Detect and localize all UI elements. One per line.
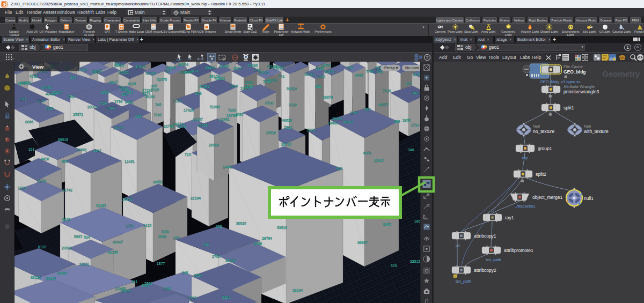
svg-text:28023: 28023: [87, 105, 98, 109]
svg-text:997: 997: [364, 108, 371, 112]
svg-text:21840: 21840: [324, 70, 334, 73]
svg-text:741: 741: [279, 75, 285, 78]
svg-text:49400: 49400: [205, 66, 215, 70]
svg-text:GEO_bldg_v1.bgeo.sc: GEO_bldg_v1.bgeo.sc: [540, 79, 581, 84]
svg-text:CSV: CSV: [170, 25, 172, 26]
svg-text:Attribute Wrangle: Attribute Wrangle: [564, 84, 595, 89]
svg-text:43184: 43184: [267, 64, 277, 68]
svg-text:49629: 49629: [282, 119, 292, 122]
svg-text:4467: 4467: [93, 149, 101, 153]
svg-text:10215: 10215: [92, 69, 102, 73]
svg-text:with_texture: with_texture: [583, 129, 609, 134]
svg-text:53619: 53619: [277, 226, 287, 230]
svg-text:null1: null1: [584, 196, 594, 201]
svg-text:31287: 31287: [96, 204, 106, 208]
svg-text:6053: 6053: [363, 151, 371, 155]
svg-text:33635: 33635: [247, 64, 258, 68]
svg-text:33512: 33512: [410, 260, 420, 263]
svg-text:28794: 28794: [262, 237, 272, 240]
svg-text:53826: 53826: [46, 277, 56, 280]
svg-text:tex_path: tex_path: [486, 257, 501, 262]
svg-text:51996: 51996: [210, 105, 220, 109]
svg-text:32547: 32547: [106, 106, 116, 110]
svg-text:Null: Null: [533, 124, 540, 129]
svg-text:715: 715: [185, 153, 191, 157]
svg-text:28920: 28920: [209, 143, 219, 147]
svg-text:top: top: [522, 156, 528, 160]
svg-text:object_merge1: object_merge1: [532, 195, 563, 200]
svg-text:13798: 13798: [226, 114, 237, 117]
svg-text:attribcopy2: attribcopy2: [474, 268, 496, 273]
svg-text:7296: 7296: [144, 282, 152, 285]
svg-text:3066: 3066: [188, 296, 196, 300]
svg-text:23104: 23104: [292, 289, 303, 292]
svg-text:1674: 1674: [142, 92, 150, 95]
svg-text:No cam ▾: No cam ▾: [405, 65, 420, 70]
svg-text:7829: 7829: [151, 88, 159, 92]
svg-text:9968: 9968: [158, 235, 166, 239]
svg-text:605: 605: [62, 160, 68, 164]
svg-text:2554: 2554: [194, 274, 202, 277]
svg-text:View: View: [32, 64, 44, 70]
svg-text:46384: 46384: [343, 120, 353, 124]
svg-text:4410: 4410: [41, 157, 49, 161]
svg-text:2714: 2714: [411, 123, 419, 127]
svg-text:360: 360: [121, 93, 128, 97]
svg-text:30337: 30337: [113, 240, 123, 244]
svg-text:42405: 42405: [219, 64, 229, 68]
svg-text:32316: 32316: [145, 71, 156, 75]
svg-text:1013: 1013: [289, 103, 297, 107]
svg-text:5629: 5629: [62, 218, 70, 221]
svg-text:2661: 2661: [46, 107, 54, 110]
svg-text:5369: 5369: [222, 295, 230, 299]
svg-text:32481: 32481: [304, 72, 314, 76]
svg-text:192: 192: [254, 68, 261, 72]
svg-text:attribcopy1: attribcopy1: [474, 233, 496, 239]
svg-text:20018: 20018: [62, 246, 72, 250]
svg-text:1390: 1390: [163, 287, 171, 291]
svg-text:26833: 26833: [119, 71, 129, 75]
svg-text:144: 144: [406, 82, 412, 85]
svg-text:38897: 38897: [357, 241, 368, 245]
svg-text:2750: 2750: [212, 255, 220, 258]
svg-text:38551: 38551: [153, 180, 163, 184]
svg-text:33126: 33126: [31, 276, 41, 279]
svg-text:2205: 2205: [178, 124, 186, 128]
svg-text:461: 461: [131, 280, 138, 284]
svg-text:7235: 7235: [36, 99, 45, 103]
svg-text:30026: 30026: [236, 221, 246, 225]
svg-text:no_texture: no_texture: [533, 129, 554, 134]
svg-text:1509: 1509: [184, 70, 192, 74]
svg-text:52375: 52375: [157, 78, 167, 82]
svg-text:22991: 22991: [219, 117, 230, 121]
svg-text:../filecache1: ../filecache1: [514, 204, 536, 209]
svg-text:21460: 21460: [413, 72, 420, 76]
svg-text:3343: 3343: [245, 80, 253, 84]
svg-text:9923: 9923: [119, 85, 127, 89]
svg-text:49977: 49977: [378, 103, 389, 107]
svg-text:GEO_bldg: GEO_bldg: [564, 69, 586, 75]
svg-text:340: 340: [408, 148, 414, 152]
svg-text:329: 329: [165, 69, 171, 73]
svg-text:7816: 7816: [383, 89, 391, 93]
svg-text:658: 658: [135, 115, 142, 119]
svg-text:8196: 8196: [128, 82, 136, 86]
svg-text:26156: 26156: [122, 197, 133, 201]
svg-text:9752: 9752: [79, 68, 87, 72]
svg-text:161: 161: [28, 147, 35, 151]
svg-text:9597: 9597: [236, 113, 244, 116]
svg-text:1423: 1423: [18, 186, 26, 190]
svg-text:12107: 12107: [193, 117, 203, 121]
svg-text:6869: 6869: [316, 66, 324, 70]
svg-text:2026: 2026: [307, 128, 315, 132]
svg-text:28878: 28878: [323, 95, 333, 99]
svg-text:36153: 36153: [209, 75, 219, 78]
svg-text:13907: 13907: [114, 64, 125, 68]
svg-text:16765: 16765: [113, 126, 123, 130]
svg-text:8627: 8627: [109, 80, 118, 84]
svg-text:358: 358: [315, 85, 321, 88]
svg-text:22184: 22184: [191, 196, 201, 200]
svg-text:8066: 8066: [25, 120, 33, 124]
svg-text:1425: 1425: [143, 224, 151, 227]
svg-text:43901: 43901: [77, 148, 87, 152]
